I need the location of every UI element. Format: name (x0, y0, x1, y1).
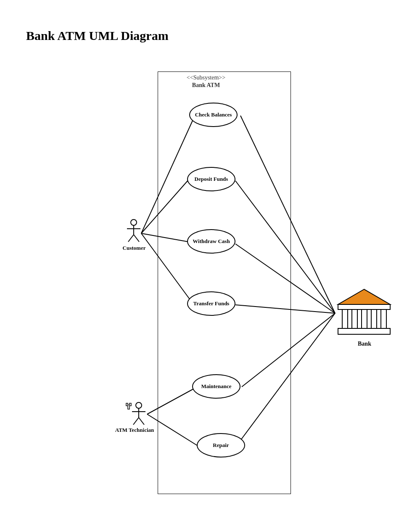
svg-line-0 (141, 116, 195, 233)
uml-diagram: <<Subsystem>> Bank ATM Check Balances De… (0, 0, 420, 505)
svg-rect-25 (352, 309, 357, 328)
svg-line-3 (141, 233, 190, 300)
svg-line-1 (141, 180, 188, 233)
svg-rect-29 (338, 328, 390, 334)
use-case-transfer-funds: Transfer Funds (187, 291, 235, 316)
svg-line-16 (134, 235, 139, 242)
svg-line-21 (139, 418, 144, 425)
svg-point-17 (136, 402, 142, 408)
bank-actor-icon (335, 288, 394, 337)
svg-rect-28 (381, 309, 386, 328)
svg-point-12 (131, 219, 137, 225)
svg-line-5 (147, 414, 198, 446)
svg-marker-22 (338, 289, 390, 304)
svg-line-20 (133, 418, 139, 425)
customer-actor-icon (124, 219, 143, 244)
use-case-maintenance: Maintenance (192, 374, 240, 399)
use-case-check-balances: Check Balances (189, 103, 238, 127)
use-case-deposit-funds: Deposit Funds (187, 167, 235, 191)
svg-rect-24 (342, 309, 348, 328)
svg-line-2 (141, 233, 188, 242)
use-case-repair: Repair (197, 433, 245, 457)
svg-rect-23 (338, 304, 390, 309)
use-case-withdraw-cash: Withdraw Cash (187, 229, 235, 254)
svg-rect-27 (371, 309, 377, 328)
svg-line-6 (240, 116, 335, 313)
atm-technician-actor-icon (124, 402, 148, 427)
svg-line-15 (128, 235, 134, 242)
svg-line-8 (235, 244, 335, 313)
svg-line-7 (235, 181, 335, 313)
svg-line-4 (147, 389, 193, 414)
svg-rect-26 (362, 309, 367, 328)
svg-line-9 (235, 305, 335, 313)
